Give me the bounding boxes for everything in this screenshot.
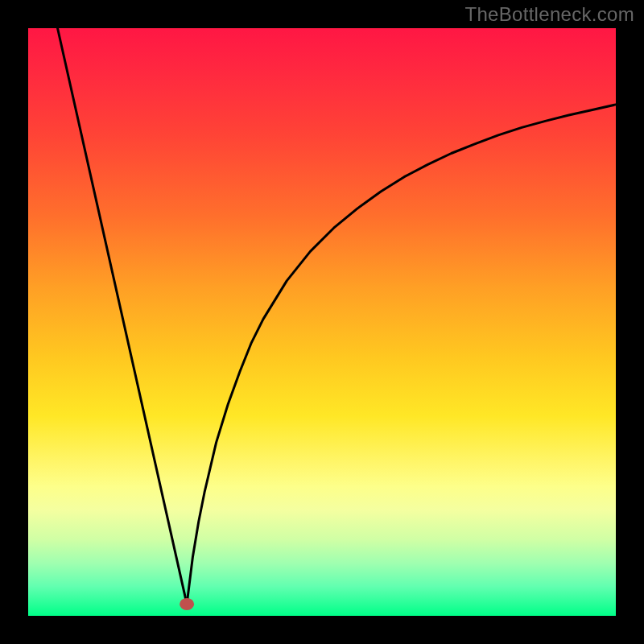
- chart-overlay: [28, 28, 616, 616]
- minimum-marker: [180, 598, 194, 610]
- chart-frame: TheBottleneck.com: [0, 0, 644, 644]
- series-right-curve: [187, 105, 616, 605]
- series-group: [58, 28, 617, 604]
- watermark: TheBottleneck.com: [464, 3, 634, 26]
- marker-group: [180, 598, 194, 610]
- series-left-line: [58, 28, 188, 604]
